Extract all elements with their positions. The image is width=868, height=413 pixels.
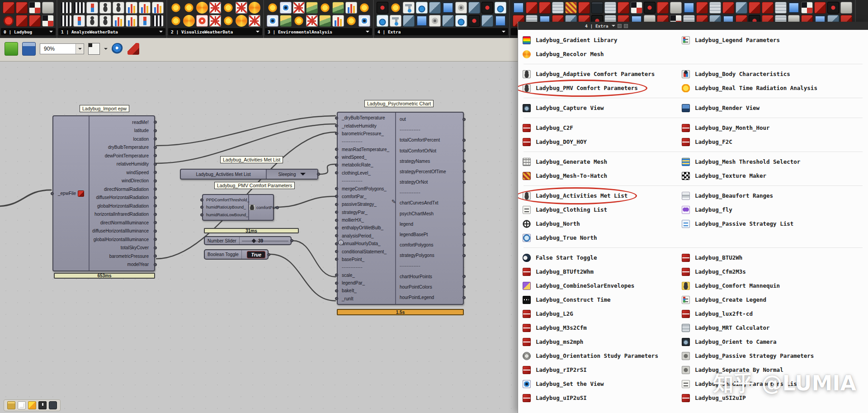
edit-icon[interactable] — [392, 199, 396, 205]
boolean-toggle[interactable]: Boolean Toggle True — [204, 249, 269, 260]
red-icon[interactable] — [526, 2, 538, 14]
menu-item-ladybug-gradient-library[interactable]: Ladybug_Gradient Library — [522, 35, 621, 45]
burst-icon[interactable] — [196, 15, 208, 27]
red-icon[interactable] — [722, 2, 734, 14]
palette-button[interactable] — [28, 401, 36, 409]
monitor-icon[interactable] — [683, 2, 695, 14]
save-file-button[interactable] — [22, 42, 36, 56]
wire-grip[interactable] — [462, 275, 466, 278]
monitor-icon[interactable] — [513, 2, 524, 14]
wire-grip[interactable] — [154, 246, 157, 249]
menu-item-ladybug-activities-met-list[interactable]: Ladybug_Activities Met List — [522, 191, 631, 201]
chart-icon[interactable] — [345, 2, 357, 14]
sun-icon[interactable] — [345, 15, 357, 27]
calc-icon[interactable] — [552, 2, 564, 14]
menu-item-ladybug-lux2ft-cd[interactable]: Ladybug_lux2ft-cd — [681, 309, 756, 319]
drop-icon[interactable] — [495, 2, 506, 14]
red-icon[interactable] — [16, 15, 28, 27]
wire-grip[interactable] — [462, 285, 466, 289]
faucet-icon[interactable] — [390, 15, 401, 27]
wire-grip[interactable] — [335, 289, 338, 292]
red-icon[interactable] — [578, 2, 590, 14]
wire-grip[interactable] — [335, 132, 338, 135]
panel-control[interactable] — [624, 24, 628, 28]
menu-item-ladybug-uip2usi[interactable]: Ladybug_uIP2uSI — [522, 393, 590, 403]
gear-icon[interactable] — [455, 2, 467, 14]
zoom-frame-button[interactable] — [88, 43, 100, 55]
red-icon[interactable] — [618, 2, 629, 14]
down-button[interactable] — [38, 401, 47, 409]
menu-item-ladybug-recolor-mesh[interactable]: Ladybug_Recolor Mesh — [522, 49, 608, 59]
wire-grip[interactable] — [154, 255, 157, 258]
menu-item-ladybug-capture-view[interactable]: Ladybug_Capture View — [522, 103, 608, 113]
wire-grip[interactable] — [154, 229, 157, 233]
chart-icon[interactable] — [139, 2, 151, 14]
sun-icon[interactable] — [222, 15, 234, 27]
drop-icon[interactable] — [377, 15, 388, 27]
ribbon-tab[interactable]: 1 | AnalyzeWeatherData — [58, 28, 165, 35]
chevron-down-icon[interactable] — [300, 173, 306, 178]
red-icon[interactable] — [16, 2, 28, 14]
person-icon[interactable] — [86, 15, 98, 27]
device-button[interactable] — [49, 401, 57, 409]
flake-icon[interactable] — [293, 2, 305, 14]
sun-icon[interactable] — [222, 2, 234, 14]
bw-icon[interactable] — [73, 2, 85, 14]
wire-grip[interactable] — [335, 124, 338, 128]
menu-item-ladybug-body-characteristics[interactable]: Ladybug_Body Characteristics — [681, 69, 794, 79]
zoom-select[interactable]: 90% — [40, 43, 84, 54]
menu-item-ladybug-passive-strategy-parameters[interactable]: Ladybug_Passive Strategy Parameters — [681, 351, 817, 361]
chevron-down-icon[interactable] — [49, 31, 53, 34]
terrain-icon[interactable] — [306, 2, 318, 14]
flake-icon[interactable] — [249, 15, 260, 27]
menu-item-ladybug-beaufort-ranges[interactable]: Ladybug_Beaufort Ranges — [681, 191, 777, 201]
wire-grip[interactable] — [462, 138, 466, 142]
ribbon-tab[interactable]: 3 | EnvironmentalAnalysis — [265, 28, 372, 35]
hatch-icon[interactable] — [565, 2, 577, 14]
menu-item-false-start-toggle[interactable]: False Start Toggle — [522, 253, 600, 263]
menu-item-ladybug-orientation-study-parameters[interactable]: Ladybug_Orientation Study Parameters — [522, 351, 662, 361]
terrain-icon[interactable] — [332, 2, 344, 14]
panel-control[interactable] — [618, 24, 622, 28]
chevron-down-icon[interactable] — [612, 25, 615, 28]
thermo-icon[interactable] — [73, 15, 85, 27]
sun-icon[interactable] — [170, 15, 182, 27]
sun-icon[interactable] — [293, 15, 305, 27]
flake-icon[interactable] — [306, 15, 318, 27]
gray-icon[interactable] — [670, 2, 682, 14]
psychrometric-chart-component[interactable]: _dryBulbTemperature_relativeHumiditybaro… — [337, 112, 464, 305]
menu-item-ladybug-separate-by-normal[interactable]: Ladybug_Separate By Normal — [681, 365, 787, 375]
menu-item-ladybug-l2g[interactable]: Ladybug_L2G — [522, 309, 577, 319]
toggle-value[interactable]: True — [247, 251, 265, 258]
wire-grip[interactable] — [276, 206, 279, 209]
pmv-comfort-parameters-component[interactable]: PPDComfortThreshold_humidRatioUpBound_hu… — [202, 194, 274, 221]
wire-grip[interactable] — [462, 243, 466, 247]
dark-icon[interactable] — [481, 2, 493, 14]
wire-grip[interactable] — [154, 171, 157, 174]
chevron-down-icon[interactable] — [159, 31, 163, 34]
red-icon[interactable] — [696, 2, 708, 14]
wire-grip[interactable] — [335, 281, 338, 285]
menu-item-ladybug-mesh-threshold-selector[interactable]: Ladybug_Mesh Threshold Selector — [681, 157, 804, 167]
wire-grip[interactable] — [335, 250, 338, 253]
menu-item-ladybug-combinesolarenvelopes[interactable]: Ladybug_CombineSolarEnvelopes — [522, 281, 638, 291]
iny-icon[interactable] — [801, 2, 813, 14]
wire-grip[interactable] — [154, 154, 157, 157]
wire-grip[interactable] — [154, 238, 157, 241]
menu-item-ladybug-adaptive-comfort-parameters[interactable]: Ladybug_Adaptive Comfort Parameters — [522, 69, 658, 79]
wire-grip[interactable] — [200, 206, 203, 209]
wire-grip[interactable] — [335, 171, 338, 175]
wire-grip[interactable] — [462, 223, 466, 226]
menu-item-ladybug-north[interactable]: Ladybug_North — [522, 219, 584, 229]
sun-icon[interactable] — [170, 2, 182, 14]
wire-grip[interactable] — [335, 203, 338, 206]
monitor-icon[interactable] — [495, 15, 506, 27]
wire-grip[interactable] — [335, 218, 338, 222]
flake-icon[interactable] — [209, 2, 221, 14]
tool-icon[interactable] — [481, 15, 493, 27]
menu-item-ladybug-render-view[interactable]: Ladybug_Render View — [681, 103, 763, 113]
menu-item-ladybug-pmv-comfort-parameters[interactable]: Ladybug_PMV Comfort Parameters — [522, 83, 642, 93]
red-icon[interactable] — [657, 2, 669, 14]
faucet-icon[interactable] — [403, 2, 415, 14]
slider-track[interactable]: 39 — [240, 237, 291, 244]
